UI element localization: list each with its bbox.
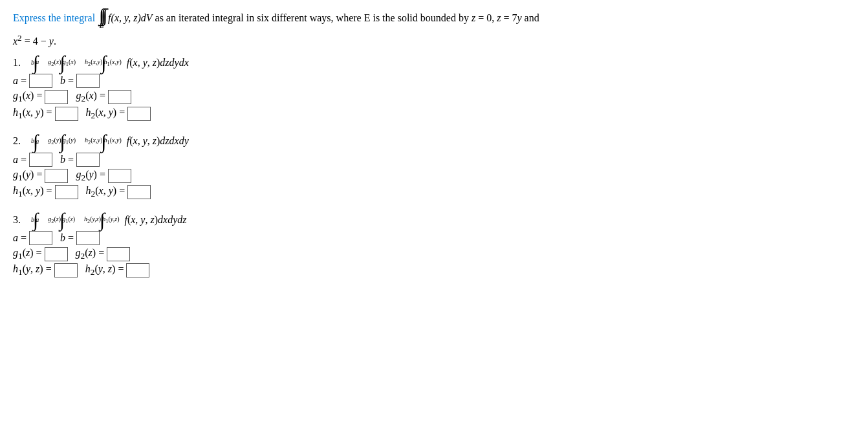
section-1-integral: 1. b ∫ a g2(x) ∫ g1(x) h2(x (13, 54, 855, 71)
b-label-1: b = (60, 75, 74, 87)
second-line: x2 = 4 − y. (13, 33, 855, 47)
section-2-integrand: f(x, y, z)dzdxdy (127, 135, 189, 147)
section-3-g: g1(z) = g2(z) = (13, 247, 855, 261)
section-1-integrand: f(x, y, z)dzdydx (127, 57, 189, 69)
b-input-1[interactable] (76, 74, 100, 88)
h2xy-input-2[interactable] (127, 185, 151, 199)
section-1: 1. b ∫ a g2(x) ∫ g1(x) h2(x (13, 54, 855, 120)
b-label-3: b = (60, 232, 74, 244)
h2xy-label-2: h2(x, y) = (86, 185, 125, 199)
triple-integral-symbol: ∫∫∫ E (99, 6, 104, 29)
section-3: 3. b ∫ a g2(z) ∫ g1(z) h2(y (13, 211, 855, 277)
g1y-label-2: g1(y) = (13, 169, 42, 183)
g2y-input-2[interactable] (108, 169, 131, 183)
g1z-label-3: g1(z) = (13, 247, 42, 261)
a-input-2[interactable] (29, 153, 52, 167)
g2y-label-2: g2(y) = (76, 169, 105, 183)
equation-text: z = 0, z = 7y and (472, 10, 539, 27)
section-2-integral: 2. b ∫ a g2(y) ∫ g1(y) h2(x (13, 133, 855, 150)
h1xy-label-1: h1(x, y) = (13, 107, 52, 121)
section-3-integrand: f(x, y, z)dxdydz (124, 214, 186, 226)
a-label-1: a = (13, 75, 27, 87)
section-1-ab: a = b = (13, 74, 855, 88)
g1y-input-2[interactable] (45, 169, 68, 183)
a-label-3: a = (13, 232, 27, 244)
section-2-g: g1(y) = g2(y) = (13, 169, 855, 183)
h2yz-label-3: h2(y, z) = (85, 263, 124, 277)
a-label-2: a = (13, 154, 27, 166)
h1yz-input-3[interactable] (54, 263, 78, 277)
h1xy-input-1[interactable] (55, 107, 78, 121)
h2yz-input-3[interactable] (126, 263, 149, 277)
header: Express the integral ∫∫∫ E f(x, y, z)dV … (13, 6, 855, 29)
h1xy-input-2[interactable] (55, 185, 78, 199)
item-1-number: 1. (13, 57, 21, 69)
rest-text: as an iterated integral in six different… (155, 10, 469, 27)
section-1-g: g1(x) = g2(x) = (13, 90, 855, 104)
section-3-integral: 3. b ∫ a g2(z) ∫ g1(z) h2(y (13, 211, 855, 228)
item-2-number: 2. (13, 135, 21, 147)
h1xy-label-2: h1(x, y) = (13, 185, 52, 199)
g2x-input-1[interactable] (108, 90, 131, 104)
express-label: Express the integral (13, 10, 95, 27)
section-3-ab: a = b = (13, 231, 855, 245)
integrand-label: f(x, y, z)dV (108, 10, 152, 27)
g2z-label-3: g2(z) = (76, 247, 105, 261)
item-3-number: 3. (13, 214, 21, 226)
h1yz-label-3: h1(y, z) = (13, 263, 52, 277)
g2z-input-3[interactable] (107, 247, 130, 261)
h2xy-input-1[interactable] (127, 107, 151, 121)
section-2-ab: a = b = (13, 153, 855, 167)
section-2: 2. b ∫ a g2(y) ∫ g1(y) h2(x (13, 133, 855, 199)
b-input-2[interactable] (76, 153, 100, 167)
section-1-h: h1(x, y) = h2(x, y) = (13, 107, 855, 121)
h2xy-label-1: h2(x, y) = (86, 107, 125, 121)
a-input-3[interactable] (29, 231, 52, 245)
g1z-input-3[interactable] (45, 247, 68, 261)
g2x-label-1: g2(x) = (76, 90, 105, 104)
g1x-label-1: g1(x) = (13, 90, 42, 104)
section-3-h: h1(y, z) = h2(y, z) = (13, 263, 855, 277)
section-2-h: h1(x, y) = h2(x, y) = (13, 185, 855, 199)
b-label-2: b = (60, 154, 74, 166)
a-input-1[interactable] (29, 74, 52, 88)
g1x-input-1[interactable] (45, 90, 68, 104)
b-input-3[interactable] (76, 231, 100, 245)
